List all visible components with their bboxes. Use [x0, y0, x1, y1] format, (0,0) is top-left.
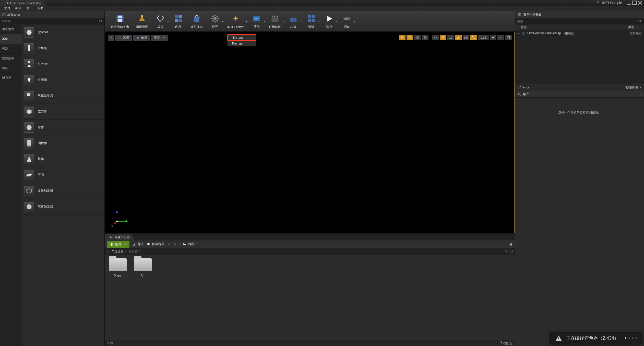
actor-item[interactable]: 平面 [22, 167, 104, 183]
svg-rect-36 [492, 37, 494, 38]
viewport-lit-button[interactable]: 光照 [133, 35, 150, 41]
folder-ui[interactable]: UI [133, 258, 152, 277]
actor-item[interactable]: 空角色 [22, 40, 104, 56]
place-actors-search-input[interactable] [2, 19, 99, 23]
asset-search-input[interactable] [128, 250, 503, 253]
menu-edit[interactable]: 编辑 [13, 5, 24, 11]
category-all[interactable]: 所有类 [0, 73, 22, 83]
outliner-col-label[interactable]: 标签 [515, 25, 618, 29]
window-minimize-button[interactable] [627, 1, 631, 5]
toolbar-play[interactable]: 运行 [324, 14, 335, 29]
actor-item[interactable]: 空Pawn [22, 56, 104, 72]
category-volumes[interactable]: 体积 [0, 63, 22, 73]
menu-item-encrypt[interactable]: Encrypt [227, 34, 256, 41]
category-basic[interactable]: 基础 [0, 34, 22, 44]
viewport-options-button[interactable] [108, 35, 114, 41]
toolbar-build[interactable]: 构建 [288, 14, 299, 29]
level-tab[interactable]: FirstPersonExampleMap [0, 0, 45, 6]
history-back-button[interactable] [167, 243, 170, 246]
viewport-show-button[interactable]: 显示 [151, 35, 168, 41]
angle-snap-toggle[interactable] [455, 35, 462, 40]
tree-icon [106, 249, 110, 253]
actor-item[interactable]: 空Actor [22, 25, 104, 40]
folder-maps[interactable]: Maps [108, 258, 127, 277]
svg-point-17 [159, 20, 162, 22]
toolbar-intl-encrypt[interactable]: INTLEncrypt Encrypt Decrypt [227, 14, 244, 29]
svg-rect-47 [510, 244, 512, 245]
asset-grid[interactable]: Maps UI [105, 255, 515, 340]
toolbar-blueprints[interactable]: 蓝图 [251, 14, 262, 29]
toolbar-content[interactable]: 内容 [173, 14, 184, 29]
actor-item[interactable]: 球体触发器 [22, 199, 104, 215]
actor-item[interactable]: 盒体触发器 [22, 183, 104, 199]
import-button[interactable]: 导入 [133, 242, 144, 246]
actor-item[interactable]: 点光源 [22, 72, 104, 88]
grid-snap-value[interactable]: 10 [447, 35, 454, 40]
sources-toggle-button[interactable] [106, 249, 110, 254]
outliner-col-type[interactable]: 类型 [618, 25, 644, 29]
outliner-list[interactable]: FirstPersonExampleMap（编辑器） 世界场景 [515, 30, 644, 84]
camera-speed-value[interactable]: 4 [497, 35, 504, 40]
menu-file[interactable]: 文件 [2, 5, 13, 11]
details-close-button[interactable]: × [639, 92, 641, 96]
menu-window[interactable]: 窗口 [24, 5, 35, 11]
toolbar-save[interactable]: 保存当前关卡 [111, 14, 129, 29]
window-maximize-button[interactable] [632, 1, 637, 5]
outliner-icon [518, 13, 521, 16]
toolbar-modes[interactable]: 模式 [155, 14, 166, 29]
category-lights[interactable]: 光源 [0, 44, 22, 54]
actor-item[interactable]: 立方体 [22, 104, 104, 120]
toolbar-launch[interactable]: 启动 [341, 14, 353, 29]
content-browser-tab[interactable]: 内容浏览器 [105, 234, 134, 240]
toolbar-source-control[interactable]: 源码管理 [136, 14, 148, 29]
category-recent[interactable]: 最近放置 [0, 25, 22, 34]
history-fwd-button[interactable] [173, 243, 176, 246]
filters-button[interactable]: 过滤器 [111, 249, 127, 254]
search-icon[interactable] [638, 19, 642, 23]
category-vfx[interactable]: 视觉效果 [0, 54, 22, 63]
world-outliner-header: 世界大纲视图 [515, 11, 644, 18]
viewport-maximize-button[interactable] [505, 35, 512, 40]
lock-button[interactable] [509, 243, 513, 246]
menu-help[interactable]: 帮助 [35, 5, 46, 11]
actor-item[interactable]: 球体 [22, 120, 104, 135]
window-close-button[interactable] [638, 1, 642, 5]
level-viewport[interactable]: 透视 光照 显示 10 10° 0.25 [105, 32, 515, 233]
actor-item[interactable]: 玩家出生点 [22, 88, 104, 104]
path-content[interactable]: 内容 [183, 242, 198, 246]
save-all-button[interactable]: 保存所有 [147, 242, 164, 246]
toolbar-settings[interactable]: 设置 [209, 14, 221, 29]
viewport-perspective-button[interactable]: 透视 [115, 35, 132, 41]
grid-snap-toggle[interactable] [440, 35, 446, 40]
svg-point-6 [28, 61, 30, 63]
actor-item[interactable]: 椎体 [22, 151, 104, 167]
project-name[interactable]: INTLSample [593, 0, 626, 5]
transform-translate-button[interactable] [407, 35, 413, 40]
menu-item-decrypt[interactable]: Decrypt [228, 41, 256, 46]
transform-select-button[interactable] [399, 35, 406, 40]
transform-rotate-button[interactable] [414, 35, 421, 40]
outliner-row[interactable]: FirstPersonExampleMap（编辑器） 世界场景 [515, 30, 644, 36]
camera-speed-button[interactable] [490, 35, 496, 40]
outliner-view-options[interactable]: 视图选项 [622, 85, 641, 90]
outliner-search-input[interactable] [517, 19, 638, 23]
view-options-button[interactable]: 视图选 [499, 341, 512, 345]
scale-snap-toggle[interactable] [470, 35, 477, 40]
svg-rect-14 [118, 16, 122, 18]
toolbar-marketplace[interactable]: 虚幻商城 [190, 14, 203, 29]
save-search-button[interactable] [510, 249, 513, 254]
search-icon[interactable] [99, 19, 103, 23]
toolbar-compile[interactable]: 编译 [306, 14, 317, 29]
actor-item[interactable]: 圆柱体 [22, 135, 104, 151]
search-icon[interactable] [504, 249, 508, 253]
angle-snap-value[interactable]: 10° [463, 35, 469, 40]
transform-scale-button[interactable] [422, 35, 428, 40]
folder-icon [109, 235, 113, 239]
chevron-down-icon[interactable] [517, 32, 520, 34]
modes-icon [156, 14, 165, 23]
add-new-button[interactable]: 新增 [107, 241, 129, 248]
build-icon [289, 14, 298, 23]
scale-snap-value[interactable]: 0.25 [478, 35, 489, 40]
toolbar-cinematics[interactable]: 过场动画 [269, 14, 281, 29]
clapperboard-icon [270, 14, 280, 23]
